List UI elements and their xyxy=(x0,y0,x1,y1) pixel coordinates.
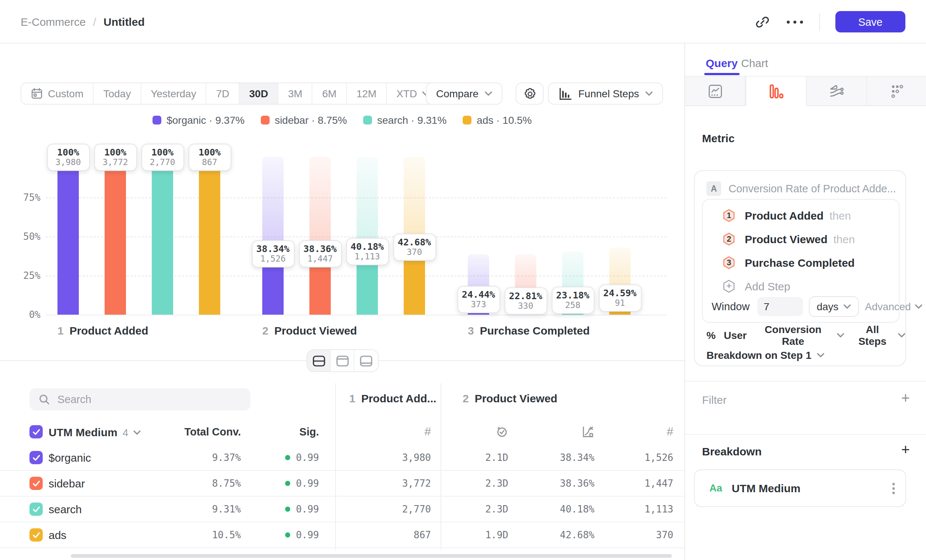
save-button[interactable]: Save xyxy=(835,11,905,32)
bar-label-card: 100%867 xyxy=(188,143,231,171)
step2-time: 2.1D xyxy=(485,452,508,463)
row-name: sidebar xyxy=(48,477,85,490)
measure-row: % User Conversion Rate All Steps xyxy=(707,328,905,342)
funnel-bar[interactable] xyxy=(152,157,173,315)
conversion-column-icon[interactable] xyxy=(581,425,595,439)
measure-metric-selector[interactable]: Conversion Rate xyxy=(755,324,844,347)
step-name: Purchase Completed xyxy=(480,324,590,337)
y-axis-tick: 0% xyxy=(11,309,41,320)
window-unit-selector[interactable]: days xyxy=(808,296,859,317)
row-checkbox[interactable] xyxy=(29,528,43,542)
search-input[interactable] xyxy=(57,394,219,405)
table-search[interactable] xyxy=(29,388,250,410)
toolbar-divider xyxy=(819,13,820,30)
query-step-row[interactable]: 1Product Addedthen xyxy=(722,208,851,222)
bar-count-value: 1,113 xyxy=(354,252,380,261)
tab-flow-chart[interactable] xyxy=(806,77,867,106)
view-chart-only-button[interactable] xyxy=(331,350,354,371)
horizontal-scrollbar[interactable] xyxy=(71,554,672,558)
breakdown-item[interactable]: Aa UTM Medium xyxy=(694,469,906,507)
tab-line-chart[interactable] xyxy=(685,77,746,106)
funnel-bar[interactable] xyxy=(57,157,79,315)
link-icon xyxy=(754,14,770,30)
step-hexagon-number: 1 xyxy=(727,211,731,219)
row-checkbox[interactable] xyxy=(29,502,43,516)
add-breakdown-button[interactable]: + xyxy=(901,443,910,456)
window-label: Window xyxy=(712,301,750,312)
chart-step-label[interactable]: 1Product Added xyxy=(57,324,148,337)
step-hexagon-icon: 3 xyxy=(722,255,736,269)
funnel-bar[interactable] xyxy=(199,157,220,315)
query-panel: Query Chart xyxy=(684,44,926,560)
add-step-button[interactable]: +Add Step xyxy=(722,278,790,293)
metric-heading: Metric xyxy=(702,132,734,144)
bottom-panel-icon xyxy=(360,355,373,366)
bar-label-card: 22.81%330 xyxy=(504,288,547,315)
select-all-checkbox[interactable] xyxy=(29,425,43,439)
bar-label-card: 42.68%370 xyxy=(393,233,436,261)
add-filter-button[interactable]: + xyxy=(901,391,910,404)
breadcrumb-divider: / xyxy=(93,15,96,28)
measure-entity[interactable]: User xyxy=(724,329,747,341)
bar-count-value: 91 xyxy=(615,298,625,308)
chart-step-label[interactable]: 3Purchase Completed xyxy=(468,324,590,337)
query-step-row[interactable]: 2Product Viewedthen xyxy=(722,232,855,246)
sig-value: 0.99 xyxy=(296,504,319,515)
tab-chart[interactable]: Chart xyxy=(741,57,768,69)
measure-scope-selector[interactable]: All Steps xyxy=(852,324,905,347)
breadcrumb-title[interactable]: Untitled xyxy=(103,15,145,28)
group-count: 4 xyxy=(123,426,129,438)
table-row[interactable]: $organic9.37%0.993,9802.1D38.34%1,526 xyxy=(0,445,684,471)
breakdown-on-step-selector[interactable]: Breakdown on Step 1 xyxy=(707,349,825,361)
query-step-row[interactable]: 3Purchase Completed xyxy=(722,255,855,270)
breakdown-heading: Breakdown xyxy=(702,445,762,457)
step-hexagon-icon: 2 xyxy=(722,232,736,246)
kebab-menu-icon[interactable] xyxy=(892,482,895,494)
property-type-icon: Aa xyxy=(710,483,722,494)
measure-prefix[interactable]: % xyxy=(707,329,716,341)
bar-count-value: 373 xyxy=(471,300,486,310)
more-options-button[interactable] xyxy=(786,20,804,24)
group-column-header[interactable]: UTM Medium 4 xyxy=(48,426,141,439)
main-content: CustomTodayYesterday7D30D3M6M12MXTD Comp… xyxy=(0,44,684,560)
view-split-button[interactable] xyxy=(307,350,331,371)
funnel-chart: 75%50%25%0%100%3,98038.34%1,52624.44%373… xyxy=(0,44,684,360)
advanced-button[interactable]: Advanced xyxy=(865,301,923,312)
count-column-icon[interactable]: # xyxy=(667,425,673,439)
count-column-icon[interactable]: # xyxy=(424,425,431,439)
funnel-bar[interactable] xyxy=(104,157,126,315)
bar-pct-value: 38.36% xyxy=(304,244,337,254)
sig-cell: 0.99 xyxy=(285,504,319,515)
app-window: E-Commerce / Untitled Save Cus xyxy=(0,0,926,560)
step2-count: 1,447 xyxy=(645,478,673,489)
row-checkbox[interactable] xyxy=(29,477,43,490)
metric-title-row[interactable]: A Conversion Rate of Product Adde... xyxy=(707,181,896,196)
chart-step-label[interactable]: 2Product Viewed xyxy=(262,324,357,337)
grid-dots-icon xyxy=(889,83,905,99)
table-step2-header: 2 Product Viewed xyxy=(463,392,557,404)
tab-grid-chart[interactable] xyxy=(867,77,926,106)
window-value-input[interactable] xyxy=(757,297,803,316)
y-axis-tick: 25% xyxy=(11,270,41,281)
total-conv-header[interactable]: Total Conv. xyxy=(184,426,241,438)
row-checkbox[interactable] xyxy=(29,451,43,464)
total-conv-value: 8.75% xyxy=(212,478,241,489)
step-number: 3 xyxy=(468,324,474,337)
step1-count: 3,772 xyxy=(402,478,431,489)
bar-count-value: 2,770 xyxy=(150,157,175,167)
table-row[interactable]: ads10.5%0.998671.9D42.68%370 xyxy=(0,522,684,548)
bar-count-value: 1,447 xyxy=(307,254,333,264)
gridline xyxy=(46,236,667,237)
breadcrumb-section[interactable]: E-Commerce xyxy=(21,15,86,28)
step-name: Product Viewed xyxy=(274,324,357,337)
tab-query[interactable]: Query xyxy=(706,57,738,69)
tab-funnel-chart[interactable] xyxy=(746,77,806,106)
table-row[interactable]: search9.31%0.992,7702.3D40.18%1,113 xyxy=(0,496,684,522)
view-table-only-button[interactable] xyxy=(354,350,378,371)
table-row[interactable]: sidebar8.75%0.993,7722.3D38.36%1,447 xyxy=(0,471,684,496)
time-column-icon[interactable] xyxy=(496,425,508,438)
share-link-button[interactable] xyxy=(754,14,770,30)
step2-time: 1.9D xyxy=(485,530,508,540)
sig-header[interactable]: Sig. xyxy=(300,426,319,438)
breadcrumb: E-Commerce / Untitled xyxy=(21,0,145,44)
